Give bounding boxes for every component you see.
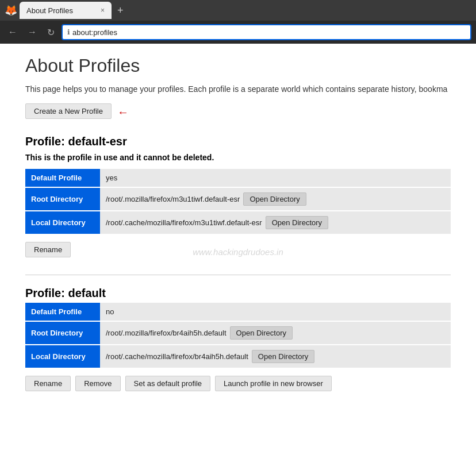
row-value-text-2: /root/.cache/mozilla/firefox/br4aih5h.de… (106, 352, 248, 361)
tab-title: About Profiles (26, 6, 73, 15)
profile-section-default-esr: Profile: default-esrThis is the profile … (25, 135, 451, 257)
back-button[interactable]: ← (5, 25, 21, 40)
table-row: Local Directory/root/.cache/mozilla/fire… (25, 211, 451, 234)
row-value-1: /root/.mozilla/firefox/m3u1tiwf.default-… (100, 187, 451, 211)
browser-chrome: 🦊 About Profiles × + ← → ↻ ℹ about:profi… (0, 0, 476, 44)
table-row: Default Profileyes (25, 169, 451, 187)
table-row: Root Directory/root/.mozilla/firefox/br4… (25, 321, 451, 345)
row-value-2: /root/.cache/mozilla/firefox/m3u1tiwf.de… (100, 211, 451, 234)
tab-bar: 🦊 About Profiles × + (0, 0, 476, 21)
address-bar[interactable]: ℹ about:profiles (62, 24, 471, 40)
browser-tab[interactable]: About Profiles × (20, 2, 112, 19)
open-directory-button-2[interactable]: Open Directory (252, 350, 314, 363)
tab-close-button[interactable]: × (101, 6, 105, 14)
row-label-1: Root Directory (25, 187, 100, 211)
create-profile-row: Create a New Profile ← (25, 103, 451, 121)
section-divider (25, 275, 451, 275)
forward-button[interactable]: → (24, 25, 40, 40)
row-label-2: Local Directory (25, 211, 100, 234)
row-label-0: Default Profile (25, 169, 100, 187)
row-value-text-1: /root/.mozilla/firefox/br4aih5h.default (106, 329, 227, 337)
rename-button[interactable]: Rename (25, 376, 71, 391)
open-directory-button-1[interactable]: Open Directory (243, 192, 306, 206)
profile-actions-default: RenameRemoveSet as default profileLaunch… (25, 376, 451, 391)
row-label-2: Local Directory (25, 345, 100, 368)
create-new-profile-button[interactable]: Create a New Profile (25, 103, 112, 119)
nav-bar: ← → ↻ ℹ about:profiles (0, 21, 476, 44)
profile-note-default-esr: This is the profile in use and it cannot… (25, 153, 451, 162)
address-info-icon: ℹ (67, 28, 70, 36)
row-value-text-0: no (106, 307, 114, 316)
open-directory-button-2[interactable]: Open Directory (266, 216, 328, 229)
row-value-0: no (100, 303, 451, 321)
firefox-icon: 🦊 (5, 4, 17, 17)
row-value-text-1: /root/.mozilla/firefox/m3u1tiwf.default-… (106, 195, 240, 203)
profile-table-default-esr: Default ProfileyesRoot Directory/root/.m… (25, 169, 451, 235)
row-value-text-0: yes (106, 174, 117, 182)
profile-heading-default-esr: Profile: default-esr (25, 135, 451, 148)
table-row: Local Directory/root/.cache/mozilla/fire… (25, 345, 451, 368)
row-label-0: Default Profile (25, 303, 100, 321)
row-value-2: /root/.cache/mozilla/firefox/br4aih5h.de… (100, 345, 451, 368)
profile-heading-default: Profile: default (25, 287, 451, 300)
profiles-container: Profile: default-esrThis is the profile … (25, 135, 451, 391)
table-row: Default Profileno (25, 303, 451, 321)
row-value-0: yes (100, 169, 451, 187)
table-row: Root Directory/root/.mozilla/firefox/m3u… (25, 187, 451, 211)
row-label-1: Root Directory (25, 321, 100, 345)
open-directory-button-1[interactable]: Open Directory (230, 326, 293, 340)
profile-actions-default-esr: Rename (25, 242, 451, 257)
address-url: about:profiles (72, 28, 117, 37)
page-title: About Profiles (25, 55, 451, 76)
create-profile-arrow: ← (117, 106, 129, 119)
launch-button[interactable]: Launch profile in new browser (215, 376, 332, 391)
set-default-button[interactable]: Set as default profile (125, 376, 211, 391)
profile-table-default: Default ProfilenoRoot Directory/root/.mo… (25, 303, 451, 369)
remove-button[interactable]: Remove (75, 376, 120, 391)
page-content: About Profiles This page helps you to ma… (0, 44, 476, 446)
new-tab-button[interactable]: + (114, 5, 127, 17)
rename-button[interactable]: Rename (25, 242, 71, 257)
row-value-text-2: /root/.cache/mozilla/firefox/m3u1tiwf.de… (106, 218, 262, 227)
row-value-1: /root/.mozilla/firefox/br4aih5h.defaultO… (100, 321, 451, 345)
page-description: This page helps you to manage your profi… (25, 83, 451, 95)
refresh-button[interactable]: ↻ (44, 25, 58, 40)
profile-section-default: Profile: defaultwww.hackingdrudoes.inDef… (25, 275, 451, 391)
